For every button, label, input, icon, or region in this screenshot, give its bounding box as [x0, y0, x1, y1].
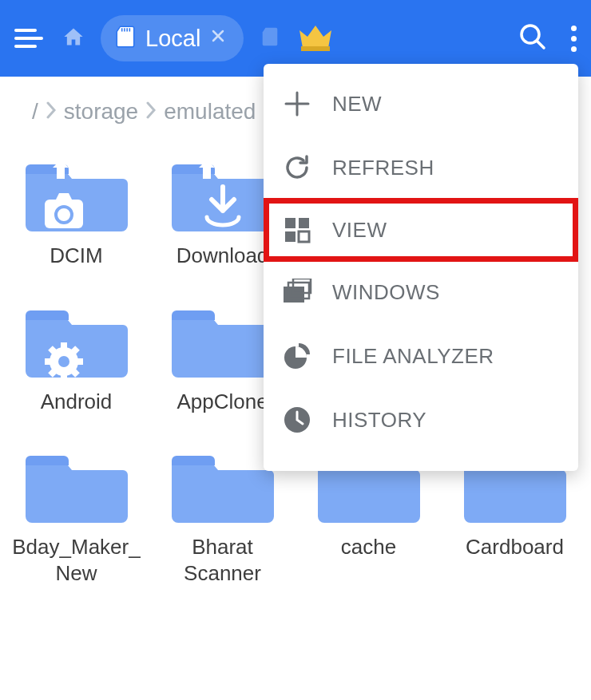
- folder-icon: [167, 438, 279, 534]
- close-tab-icon[interactable]: [210, 28, 226, 49]
- menu-item-refresh[interactable]: REFRESH: [264, 136, 578, 200]
- plus-icon: [281, 88, 313, 120]
- more-options-icon[interactable]: [571, 26, 577, 52]
- folder-label: Bharat Scanner: [155, 534, 291, 586]
- chevron-right-icon: [145, 99, 157, 125]
- menu-icon[interactable]: [14, 22, 46, 54]
- svg-rect-17: [299, 231, 309, 242]
- svg-rect-14: [285, 218, 296, 228]
- folder-label: DCIM: [50, 243, 102, 269]
- refresh-icon: [281, 152, 313, 184]
- folder-icon: [21, 438, 133, 534]
- folder-label: Cardboard: [466, 534, 564, 560]
- folder-icon: [21, 293, 133, 389]
- menu-item-label: REFRESH: [332, 156, 434, 180]
- sd-card-icon: [115, 25, 136, 52]
- svg-rect-0: [301, 46, 330, 51]
- sd-card-secondary-icon[interactable]: [260, 26, 280, 50]
- folder-icon: [21, 147, 133, 243]
- menu-item-label: HISTORY: [332, 408, 426, 433]
- chevron-right-icon: [45, 99, 58, 125]
- menu-item-new[interactable]: NEW: [264, 72, 578, 136]
- menu-item-label: FILE ANALYZER: [332, 344, 494, 369]
- breadcrumb-root[interactable]: /: [32, 99, 38, 125]
- menu-item-label: WINDOWS: [332, 280, 440, 305]
- menu-item-windows[interactable]: WINDOWS: [264, 260, 578, 324]
- folder-item[interactable]: Bday_Maker_New: [6, 438, 146, 586]
- breadcrumb-segment[interactable]: storage: [64, 99, 138, 125]
- folder-item[interactable]: DCIM: [6, 147, 146, 269]
- home-icon[interactable]: [62, 26, 85, 51]
- folder-icon: [167, 147, 279, 243]
- svg-rect-12: [61, 342, 67, 349]
- folder-icon: [167, 293, 279, 389]
- folder-label: Download: [177, 243, 269, 269]
- search-icon[interactable]: [518, 22, 547, 54]
- folder-label: cache: [341, 534, 396, 560]
- svg-rect-15: [299, 218, 309, 228]
- folder-label: Bday_Maker_New: [9, 534, 145, 586]
- svg-point-1: [522, 26, 539, 43]
- folder-label: AppClone: [177, 389, 268, 415]
- storage-tab[interactable]: Local: [101, 15, 244, 61]
- context-menu: NEWREFRESHVIEWWINDOWSFILE ANALYZERHISTOR…: [264, 64, 578, 471]
- windows-icon: [281, 276, 313, 308]
- menu-item-label: NEW: [332, 92, 382, 117]
- svg-rect-8: [61, 374, 67, 381]
- menu-item-view[interactable]: VIEW: [264, 198, 578, 262]
- svg-rect-10: [45, 358, 51, 365]
- folder-item[interactable]: Android: [6, 293, 146, 415]
- clock-icon: [281, 404, 313, 436]
- pie-icon: [281, 340, 313, 372]
- svg-rect-16: [285, 231, 296, 242]
- menu-item-file-analyzer[interactable]: FILE ANALYZER: [264, 324, 578, 388]
- menu-item-label: VIEW: [332, 218, 387, 243]
- tab-label: Local: [145, 26, 200, 52]
- grid-icon: [281, 214, 313, 246]
- breadcrumb-segment[interactable]: emulated: [164, 99, 256, 125]
- folder-label: Android: [41, 389, 113, 415]
- svg-rect-6: [77, 358, 83, 365]
- menu-item-history[interactable]: HISTORY: [264, 388, 578, 452]
- svg-point-5: [58, 356, 69, 367]
- crown-icon[interactable]: [296, 22, 335, 54]
